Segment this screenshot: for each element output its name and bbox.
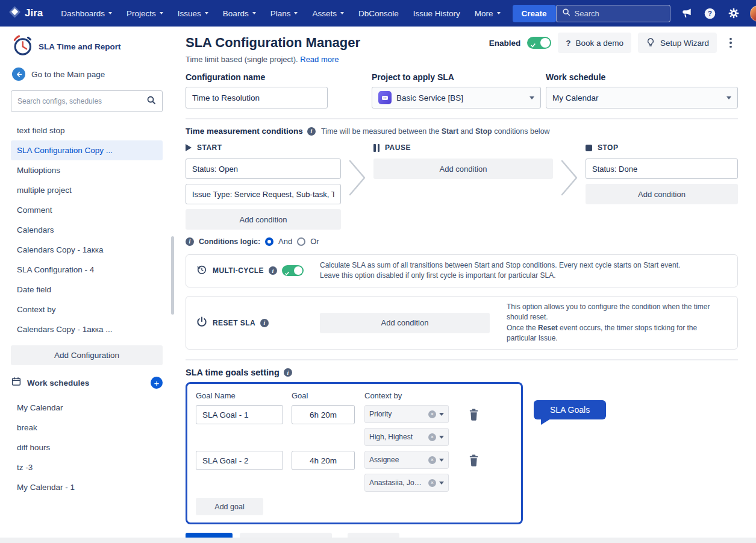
start-condition[interactable] <box>186 159 341 179</box>
info-icon[interactable]: i <box>260 319 269 327</box>
schedule-list: My Calendar break diff hours tz -3 My Ca… <box>11 398 176 497</box>
nav-dashboards[interactable]: Dashboards <box>54 0 119 27</box>
setup-wizard-button[interactable]: Setup Wizard <box>638 33 717 53</box>
start-condition[interactable] <box>186 184 341 204</box>
create-button[interactable]: Create <box>513 5 556 22</box>
config-item[interactable]: Context by <box>11 300 163 319</box>
chevron-down-icon <box>497 12 501 14</box>
work-schedules-header: Work schedules + <box>11 376 163 389</box>
config-item[interactable]: Calendars Copy - 1акка <box>11 240 163 260</box>
work-schedule-select[interactable]: My Calendar <box>546 87 738 108</box>
goal-header: Goal <box>292 391 364 400</box>
nav-boards[interactable]: Boards <box>216 0 263 27</box>
multi-cycle-history-icon <box>196 263 208 278</box>
logic-and-radio[interactable] <box>265 237 273 246</box>
book-demo-button[interactable]: ? Book a demo <box>558 33 631 53</box>
config-fields: Configuration name Project to apply SLA … <box>186 72 738 108</box>
stop-icon <box>586 145 592 151</box>
play-icon <box>186 144 192 151</box>
stop-header: STOP <box>586 142 738 154</box>
info-icon[interactable]: i <box>269 266 277 275</box>
chevron-down-icon <box>205 12 208 14</box>
header-controls: Enabled ? Book a demo Setup Wizard <box>489 33 738 53</box>
back-to-main-link[interactable]: Go to the Main page <box>12 67 176 81</box>
nav-issue-history[interactable]: Issue History <box>406 0 467 27</box>
schedule-item[interactable]: My Calendar - 1 <box>11 477 163 497</box>
project-select[interactable]: Basic Service [BS] <box>372 87 541 108</box>
pause-add-condition-button[interactable]: Add condition <box>373 159 553 179</box>
nav-projects[interactable]: Projects <box>119 0 170 27</box>
user-avatar[interactable] <box>750 5 756 22</box>
start-add-condition-button[interactable]: Add condition <box>186 209 341 230</box>
sidebar-scrollbar[interactable] <box>171 236 174 315</box>
clear-icon[interactable]: × <box>428 479 436 487</box>
sidebar-search[interactable] <box>11 90 163 112</box>
context-values-select[interactable]: Anastasiia, John Smit... × <box>364 474 449 492</box>
add-configuration-button[interactable]: Add Configuration <box>11 345 163 365</box>
chevron-down-icon <box>439 482 444 485</box>
stop-add-condition-button[interactable]: Add condition <box>586 184 738 204</box>
clear-icon[interactable]: × <box>428 410 436 418</box>
config-item-selected[interactable]: SLA Configuration Copy ... <box>11 140 163 160</box>
goal-name-input[interactable] <box>196 405 283 424</box>
reset-sla-description: This option allows you to configure the … <box>507 302 728 344</box>
add-schedule-button[interactable]: + <box>151 377 163 389</box>
nav-assets[interactable]: Assets <box>305 0 351 27</box>
multi-cycle-label: MULTI-CYCLE <box>213 266 264 275</box>
multi-cycle-toggle[interactable] <box>282 265 304 276</box>
info-icon[interactable]: i <box>307 127 316 136</box>
nav-issues[interactable]: Issues <box>170 0 216 27</box>
config-item[interactable]: multiple project <box>11 180 163 200</box>
delete-goal-button[interactable] <box>466 453 481 469</box>
add-goal-button[interactable]: Add goal <box>196 498 263 515</box>
clear-icon[interactable]: × <box>428 456 436 464</box>
read-more-link[interactable]: Read more <box>300 55 339 64</box>
config-item[interactable]: Date field <box>11 280 163 300</box>
sidebar-search-input[interactable] <box>17 97 146 105</box>
nav-plans[interactable]: Plans <box>263 0 305 27</box>
delete-goal-button[interactable] <box>466 407 481 423</box>
chevron-down-icon <box>530 96 534 99</box>
pause-header: PAUSE <box>373 142 553 154</box>
info-icon[interactable]: i <box>186 237 194 246</box>
config-item[interactable]: Comment <box>11 200 163 220</box>
power-icon <box>196 316 208 330</box>
schedule-item[interactable]: diff hours <box>11 438 163 457</box>
context-field-select[interactable]: Assignee × <box>364 451 449 469</box>
settings-gear-icon[interactable] <box>726 6 741 20</box>
info-icon[interactable]: i <box>284 368 292 377</box>
config-item[interactable]: Calendars <box>11 220 163 240</box>
clear-icon[interactable]: × <box>428 433 436 441</box>
nav-search[interactable] <box>556 5 670 22</box>
config-item[interactable]: text field stop <box>11 121 163 140</box>
stop-condition[interactable] <box>586 159 738 179</box>
more-options-kebab-icon[interactable] <box>723 33 738 53</box>
project-label: Project to apply SLA <box>372 72 546 82</box>
help-icon[interactable]: ? <box>703 6 717 20</box>
context-field-select[interactable]: Priority × <box>364 405 449 423</box>
enabled-toggle[interactable] <box>527 37 551 49</box>
jira-home-link[interactable]: Jira <box>8 5 43 21</box>
goal-value-input[interactable] <box>292 451 355 470</box>
config-item[interactable]: SLA Configuration - 4 <box>11 260 163 280</box>
context-values-select[interactable]: High, Highest × <box>364 428 449 446</box>
reset-sla-box: RESET SLA i Add condition This option al… <box>186 296 738 350</box>
goal-value-input[interactable] <box>292 405 355 424</box>
announcements-icon[interactable] <box>679 6 694 20</box>
nav-more[interactable]: More <box>467 0 508 27</box>
schedule-item[interactable]: My Calendar <box>11 398 163 418</box>
goal-name-input[interactable] <box>196 451 283 470</box>
nav-dbconsole[interactable]: DbConsole <box>351 0 406 27</box>
nav-search-input[interactable] <box>575 9 664 18</box>
schedule-item[interactable]: tz -3 <box>11 457 163 477</box>
conditions-columns: START Add condition PAUSE Add condition <box>186 142 738 230</box>
configuration-name-input[interactable] <box>186 87 328 108</box>
logic-or-radio[interactable] <box>297 237 305 246</box>
config-item[interactable]: Calendars Copy - 1акка ... <box>11 319 163 339</box>
page-title: SLA Configuration Manager <box>186 35 360 51</box>
schedule-item[interactable]: break <box>11 418 163 438</box>
config-item[interactable]: Multioptions <box>11 160 163 180</box>
goal-row: Priority × High, Highest × <box>196 405 513 446</box>
multi-cycle-description: Calculate SLA as sum of all transitions … <box>320 260 680 281</box>
reset-add-condition-button[interactable]: Add condition <box>320 313 490 333</box>
